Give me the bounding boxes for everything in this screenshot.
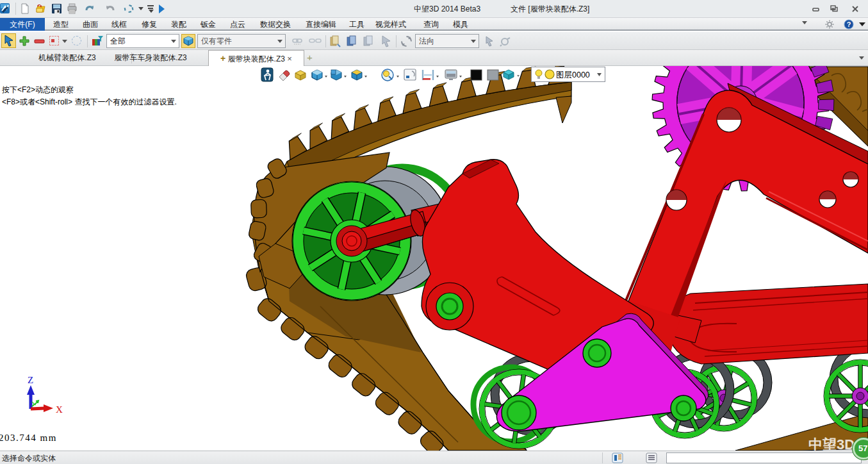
svg-text:图层0000: 图层0000 [556,70,590,79]
svg-text:中望3D: 中望3D [808,436,855,451]
svg-text:Z: Z [28,375,33,385]
svg-text:?: ? [847,21,851,28]
svg-text:X: X [56,404,63,415]
